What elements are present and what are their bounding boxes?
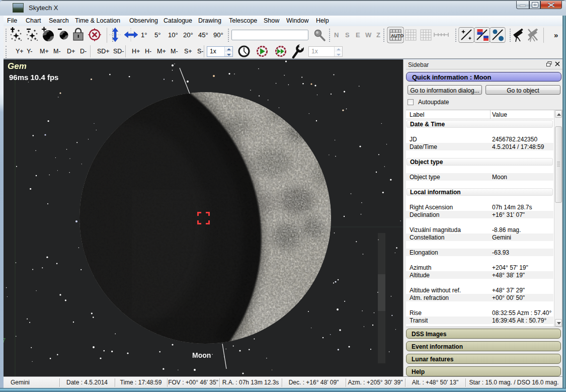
svg-text:Moon: Moon	[192, 351, 211, 359]
svg-text:7: 7	[4, 337, 6, 344]
svg-text:D+: D+	[67, 48, 75, 55]
svg-text:45°: 45°	[198, 31, 208, 39]
svg-text:10°: 10°	[168, 31, 178, 39]
svg-text:90°: 90°	[213, 31, 223, 39]
svg-text:S+: S+	[184, 48, 192, 55]
svg-text:1°: 1°	[141, 31, 147, 39]
svg-text:SD+: SD+	[97, 48, 110, 55]
svg-text:M+: M+	[157, 48, 166, 55]
svg-text:M-: M-	[171, 48, 178, 55]
svg-text:Y-: Y-	[27, 48, 32, 55]
svg-text:SD-: SD-	[113, 48, 124, 55]
svg-text:E: E	[356, 31, 360, 39]
svg-text:AUTO: AUTO	[391, 33, 403, 38]
svg-text:S-: S-	[197, 48, 204, 55]
svg-text:M-: M-	[53, 48, 61, 55]
svg-text:Y+: Y+	[16, 48, 24, 55]
svg-text:N: N	[334, 31, 339, 39]
svg-text:5°: 5°	[154, 31, 160, 39]
svg-text:Gem: Gem	[8, 61, 27, 71]
svg-text:Z: Z	[376, 31, 380, 39]
svg-text:»: »	[554, 31, 558, 39]
svg-text:S: S	[345, 31, 350, 39]
svg-text:20°: 20°	[183, 31, 193, 39]
svg-text:M+: M+	[40, 48, 49, 55]
svg-text:D-: D-	[80, 48, 87, 55]
svg-text:H-: H-	[145, 48, 151, 55]
svg-text:H+: H+	[132, 48, 140, 55]
svg-text:W: W	[365, 31, 372, 39]
svg-text:96ms 10.4 fps: 96ms 10.4 fps	[9, 73, 58, 82]
